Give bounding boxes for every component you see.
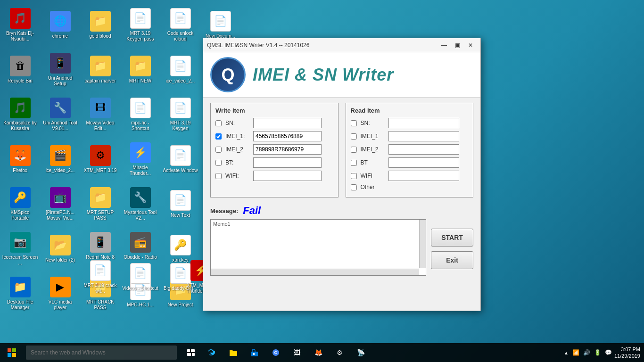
mysterious-label: Mysterious Tool V2... bbox=[122, 210, 158, 221]
imei1-read-input[interactable] bbox=[388, 131, 459, 141]
imei2-read-input[interactable] bbox=[388, 144, 459, 155]
desktop-icons-container: 🎵 Bryn Kats Dj-Nsuubi... 🗑 Recycle Bin 🎵… bbox=[0, 2, 203, 342]
desktop-icon-recycle-bin[interactable]: 🗑 Recycle Bin bbox=[0, 47, 40, 92]
desktop-icon-videos[interactable]: 📄 Videos - Shortcut bbox=[120, 255, 160, 299]
bt-read-input[interactable] bbox=[388, 157, 459, 168]
captain-label: captain marver bbox=[84, 78, 116, 84]
firefox-taskbar-button[interactable]: 🦊 bbox=[309, 343, 328, 362]
uni-setup-label: Uni Andriod Setup bbox=[42, 75, 78, 87]
search-input[interactable] bbox=[26, 346, 177, 360]
imei1-read-checkbox[interactable] bbox=[351, 133, 357, 140]
store-button[interactable] bbox=[245, 343, 264, 362]
desktop-icon-miracle[interactable]: ⚡ Miracle Thunder... bbox=[120, 137, 160, 181]
start-button[interactable]: START bbox=[431, 229, 473, 247]
bt-write-input[interactable] bbox=[253, 157, 322, 168]
memo-hscrollbar[interactable] bbox=[211, 269, 419, 275]
imei1-write-input[interactable] bbox=[253, 131, 322, 141]
app-window: QMSL IMEI&SN Writer V1.4 -- 20141026 — ▣… bbox=[203, 38, 481, 311]
desktop-icon-code-unlock[interactable]: 📄 Code unlock icloud bbox=[160, 2, 200, 47]
imei2-write-checkbox[interactable] bbox=[215, 147, 222, 153]
desktop-icon-kmspico[interactable]: 🔑 KMSpico Portable bbox=[0, 181, 40, 226]
volume-icon[interactable]: 🔊 bbox=[583, 349, 590, 356]
chrome-taskbar-button[interactable] bbox=[266, 343, 285, 362]
desktop-icon-mrt-keygen[interactable]: 📄 MRT 3.19 Keygen bbox=[160, 92, 200, 137]
wifi-read-row: WIFI bbox=[351, 171, 469, 181]
desktop-icon-vlc[interactable]: ▶ VLC media player bbox=[40, 271, 80, 316]
wifi-read-checkbox[interactable] bbox=[351, 173, 357, 179]
task-view-button[interactable] bbox=[182, 343, 200, 362]
desktop-icon-mrt-new[interactable]: 📁 MRT NEW bbox=[120, 47, 160, 92]
desktop-icon-uni-tool[interactable]: 🔧 Uni Andriod Tool V9.01... bbox=[40, 92, 80, 137]
desktop-icon-bryn-kats[interactable]: 🎵 Bryn Kats Dj-Nsuubi... bbox=[0, 2, 40, 47]
notification-icon[interactable]: 💬 bbox=[605, 349, 612, 356]
explorer-button[interactable] bbox=[224, 343, 243, 362]
videos-label: Videos - Shortcut bbox=[122, 286, 158, 291]
other-read-checkbox[interactable] bbox=[351, 184, 357, 190]
icecream-icon: 📷 bbox=[10, 232, 31, 253]
desktop-icon-mrt-keygen-pass[interactable]: 📄 MRT 3.19 Keygen pass bbox=[120, 2, 160, 47]
mrt-new-label: MRT NEW bbox=[129, 78, 151, 84]
desktop-icon-ice-video2[interactable]: 📄 ice_video_2... bbox=[160, 47, 200, 92]
memo-scrollbar[interactable] bbox=[419, 220, 426, 268]
desktop-icon-icecream[interactable]: 📷 Icecream Screen ... bbox=[0, 226, 40, 271]
settings-taskbar-button[interactable]: ⚙ bbox=[330, 343, 349, 362]
imei2-write-row: IMEI_2 bbox=[215, 144, 333, 155]
mrt-crack-wit-label: MRT 3.19 crack wit... bbox=[82, 283, 118, 294]
bt-read-checkbox[interactable] bbox=[351, 160, 357, 166]
bt-read-row: BT bbox=[351, 157, 469, 168]
desktop-icon-new-text[interactable]: 📄 New Text bbox=[160, 181, 200, 226]
minimize-button[interactable]: — bbox=[438, 41, 450, 50]
other-read-row: Other bbox=[351, 184, 469, 190]
desktop-icon-ice-video[interactable]: 🎬 ice_video_2... bbox=[40, 137, 80, 181]
app-header: Q IMEI & SN Writer bbox=[203, 52, 480, 98]
clock[interactable]: 3:07 PM 11/29/2019 bbox=[614, 346, 640, 360]
desktop-icon-firefox[interactable]: 🦊 Firefox bbox=[0, 137, 40, 181]
wifi-read-input[interactable] bbox=[388, 171, 459, 181]
desktop-icon-movavi[interactable]: 🎞 Movavi Video Edit... bbox=[80, 92, 120, 137]
desktop-icon-captain[interactable]: 📁 captain marver bbox=[80, 47, 120, 92]
desktop-icon-gold-blood[interactable]: 📁 gold blood bbox=[80, 2, 120, 47]
desktop-icon-mrt-crack-wit[interactable]: 📄 MRT 3.19 crack wit... bbox=[80, 255, 120, 299]
message-label: Message: bbox=[210, 207, 238, 214]
desktop-icon-mysterious[interactable]: 🔧 Mysterious Tool V2... bbox=[120, 181, 160, 226]
bt-read-label: BT bbox=[361, 159, 387, 166]
desktop-icon-mpc-hc[interactable]: 📄 mpc-hc - Shortcut bbox=[120, 92, 160, 137]
kmspico-label: KMSpico Portable bbox=[2, 210, 38, 221]
sn-read-row: SN: bbox=[351, 118, 469, 128]
imei2-read-checkbox[interactable] bbox=[351, 147, 357, 153]
tray-arrow[interactable]: ▲ bbox=[564, 350, 569, 355]
sn-write-input[interactable] bbox=[253, 118, 322, 128]
mrt-setup-icon: 📁 bbox=[90, 187, 111, 208]
imei1-write-checkbox[interactable] bbox=[215, 133, 222, 140]
sn-write-checkbox[interactable] bbox=[215, 120, 222, 126]
chrome-icon: 🌐 bbox=[50, 11, 71, 32]
svg-rect-2 bbox=[8, 353, 11, 357]
sn-read-checkbox[interactable] bbox=[351, 120, 357, 126]
desktop-icon-activate[interactable]: 📄 Activate Window bbox=[160, 137, 200, 181]
sn-write-row: SN: bbox=[215, 118, 333, 128]
sn-read-input[interactable] bbox=[388, 118, 459, 128]
maximize-button[interactable]: ▣ bbox=[451, 41, 463, 50]
svg-rect-7 bbox=[192, 353, 195, 356]
wifi-write-checkbox[interactable] bbox=[215, 173, 222, 179]
write-panel-title: Write Item bbox=[215, 107, 333, 114]
edge-button[interactable] bbox=[203, 343, 222, 362]
desktop-icon-chrome[interactable]: 🌐 chrome bbox=[40, 2, 80, 47]
bt-write-checkbox[interactable] bbox=[215, 160, 222, 166]
imei2-write-input[interactable] bbox=[253, 144, 322, 155]
desktop-icon-xtm-mrt[interactable]: ⚙ XTM_MRT 3.19 bbox=[80, 137, 120, 181]
desktop-icon-desktop-file[interactable]: 📁 Desktop File Manager bbox=[0, 271, 40, 316]
videos-icon: 📄 bbox=[130, 263, 151, 284]
message-row: Message: Fail bbox=[210, 202, 473, 219]
desktop-icon-uni-andriod-setup[interactable]: 📱 Uni Andriod Setup bbox=[40, 47, 80, 92]
desktop-icon-kambasalize[interactable]: 🎵 Kambasalize by Kusasira bbox=[0, 92, 40, 137]
exit-button[interactable]: Exit bbox=[431, 251, 473, 269]
close-button[interactable]: ✕ bbox=[464, 41, 477, 50]
desktop-icon-pirate[interactable]: 📺 [PiratePC.N... Movavi Vid... bbox=[40, 181, 80, 226]
start-button-taskbar[interactable] bbox=[0, 343, 24, 362]
desktop-icon-mrt-setup[interactable]: 📁 MRT SETUP PASS bbox=[80, 181, 120, 226]
radio-taskbar-button[interactable]: 📡 bbox=[351, 343, 370, 362]
desktop-icon-new-folder2[interactable]: 📂 New folder (2) bbox=[40, 226, 80, 271]
photos-button[interactable]: 🖼 bbox=[288, 343, 306, 362]
wifi-write-input[interactable] bbox=[253, 171, 322, 181]
